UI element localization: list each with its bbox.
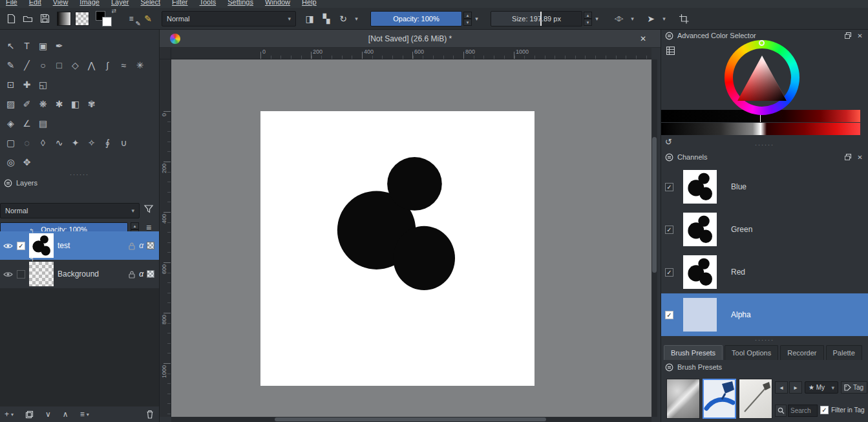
layer-visible-button[interactable]	[3, 242, 13, 249]
calligraphy-tool[interactable]: ✒	[51, 38, 67, 54]
contiguous-select-tool[interactable]: ✦	[67, 135, 83, 151]
tab-brush-presets[interactable]: Brush Presets	[664, 345, 723, 360]
polyline-tool[interactable]: ⋀	[83, 58, 100, 73]
channel-row-blue[interactable]: ✓ Blue	[661, 165, 868, 208]
swap-colors-icon[interactable]: ⇄	[111, 8, 116, 14]
foreground-background-colors[interactable]: ⇄	[96, 10, 116, 28]
channel-row-alpha[interactable]: ✓ Alpha	[661, 293, 868, 336]
add-layer-button[interactable]: +	[5, 410, 9, 419]
spin-down-icon[interactable]: ▾	[584, 19, 592, 26]
background-color-swatch[interactable]	[102, 17, 112, 26]
docker-drag-handle[interactable]: ······	[661, 339, 868, 343]
open-document-button[interactable]	[19, 11, 36, 26]
brush-preset-pencil[interactable]	[739, 379, 772, 419]
blend-mode-dropdown[interactable]: Normal ▾	[162, 11, 296, 26]
fill-tool[interactable]: ◧	[67, 96, 83, 112]
document-titlebar[interactable]: [Not Saved] (26.6 MiB) * ✕	[160, 30, 661, 48]
assistants-tool[interactable]: ◈	[3, 116, 19, 131]
tab-palette[interactable]: Palette	[826, 345, 862, 360]
transform-tool[interactable]: ⊡	[3, 77, 19, 92]
rectangle-tool[interactable]: □	[51, 58, 67, 73]
vertical-scrollbar[interactable]	[651, 59, 657, 417]
shade-strip-2[interactable]	[661, 123, 860, 135]
preserve-alpha-button[interactable]: ▚	[318, 11, 335, 26]
menu-tools[interactable]: Tools	[194, 0, 222, 8]
brush-settings-button[interactable]: ≡ ✎	[123, 11, 140, 26]
layers-docker-header[interactable]: Layers	[0, 177, 159, 189]
move-layer-up-button[interactable]: ∧	[63, 410, 69, 419]
menu-image[interactable]: Image	[74, 0, 105, 8]
alpha-lock-icon[interactable]: α	[139, 269, 143, 279]
opacity-spinner[interactable]: ▴ ▾	[463, 12, 472, 26]
polygon-select-tool[interactable]: ◊	[35, 135, 51, 151]
reference-images-tool[interactable]: ▤	[35, 116, 51, 131]
channel-row-green[interactable]: ✓ Green	[661, 208, 868, 251]
float-docker-button[interactable]	[843, 153, 852, 161]
menu-window[interactable]: Window	[259, 0, 296, 8]
brush-preset-airbrush[interactable]	[666, 379, 700, 419]
menu-select[interactable]: Select	[134, 0, 166, 8]
new-document-button[interactable]	[3, 11, 19, 26]
channel-checkbox[interactable]: ✓	[665, 311, 673, 319]
spin-up-icon[interactable]: ▴	[584, 12, 592, 19]
colorize-mask-tool[interactable]: ✱	[51, 96, 67, 112]
inherit-alpha-icon[interactable]	[147, 270, 154, 278]
docker-menu-icon[interactable]	[665, 32, 673, 40]
add-layer-caret[interactable]: ▾	[11, 412, 14, 417]
reload-options-caret[interactable]: ▾	[352, 11, 361, 26]
pattern-edit-tool[interactable]: ❋	[35, 96, 51, 112]
brush-presets-header[interactable]: Brush Presets	[661, 361, 868, 373]
edit-shapes-tool[interactable]: ▣	[35, 38, 51, 54]
lock-icon[interactable]	[128, 242, 136, 250]
spin-up-icon[interactable]: ▴	[131, 222, 139, 229]
text-tool[interactable]: T	[19, 38, 35, 54]
trim-button[interactable]	[675, 11, 692, 26]
menu-layer[interactable]: Layer	[105, 0, 135, 8]
ellipse-tool[interactable]: ○	[35, 58, 51, 73]
search-options-button[interactable]	[775, 405, 787, 417]
channel-checkbox[interactable]: ✓	[665, 226, 673, 234]
saturation-triangle[interactable]	[735, 54, 789, 103]
ellipse-select-tool[interactable]: ◌	[19, 135, 35, 151]
eraser-mode-button[interactable]: ◨	[301, 11, 318, 26]
similar-select-tool[interactable]: ✧	[83, 135, 100, 151]
multibrush-tool[interactable]: ✳	[132, 58, 148, 73]
bezier-select-tool[interactable]: ∮	[100, 135, 116, 151]
channels-header[interactable]: Channels ✕	[661, 151, 868, 163]
tab-recorder[interactable]: Recorder	[780, 345, 823, 360]
layer-row-background[interactable]: ↰ Background α	[0, 260, 159, 288]
channel-row-red[interactable]: ✓ Red	[661, 251, 868, 293]
spin-down-icon[interactable]: ▾	[463, 19, 472, 26]
move-layer-down-button[interactable]: ∨	[45, 410, 51, 419]
docker-drag-handle[interactable]: ······	[661, 143, 868, 147]
hue-ring[interactable]	[725, 40, 799, 115]
pan-tool[interactable]: ✥	[19, 154, 35, 170]
layer-properties-button[interactable]: ≡	[80, 410, 85, 419]
wrap-around-button[interactable]: ➤	[642, 11, 659, 26]
preset-search-field[interactable]	[788, 405, 818, 417]
wrap-options-caret[interactable]: ▾	[659, 11, 669, 26]
rect-select-tool[interactable]: ▢	[3, 135, 19, 151]
canvas-viewport[interactable]	[171, 59, 651, 417]
line-tool[interactable]: ╱	[19, 58, 35, 73]
menu-view[interactable]: View	[47, 0, 74, 8]
presets-next-button[interactable]: ▸	[789, 381, 802, 394]
freehand-brush-tool[interactable]: ✎	[3, 58, 19, 73]
tag-filter-dropdown[interactable]: ★ My ▾	[805, 381, 838, 394]
layer-select-checkbox[interactable]: ✓	[17, 242, 25, 250]
size-slider[interactable]: Size: 197.89 px	[491, 11, 582, 26]
brush-editor-button[interactable]: ✎	[140, 11, 156, 26]
docker-menu-icon[interactable]	[665, 363, 673, 372]
bezier-curve-tool[interactable]: ∫	[100, 58, 116, 73]
hue-marker[interactable]	[759, 40, 765, 46]
layer-properties-caret[interactable]: ▾	[87, 412, 89, 417]
menu-filter[interactable]: Filter	[166, 0, 193, 8]
preset-search-input[interactable]	[790, 407, 815, 414]
tag-button[interactable]: Tag	[841, 381, 867, 394]
dynamic-brush-tool[interactable]: ≈	[116, 58, 132, 73]
duplicate-layer-button[interactable]	[25, 410, 34, 419]
opacity-options-caret[interactable]: ▾	[472, 11, 482, 26]
menu-settings[interactable]: Settings	[222, 0, 259, 8]
size-spinner[interactable]: ▴ ▾	[584, 12, 592, 26]
move-tool[interactable]: ✚	[19, 77, 35, 92]
